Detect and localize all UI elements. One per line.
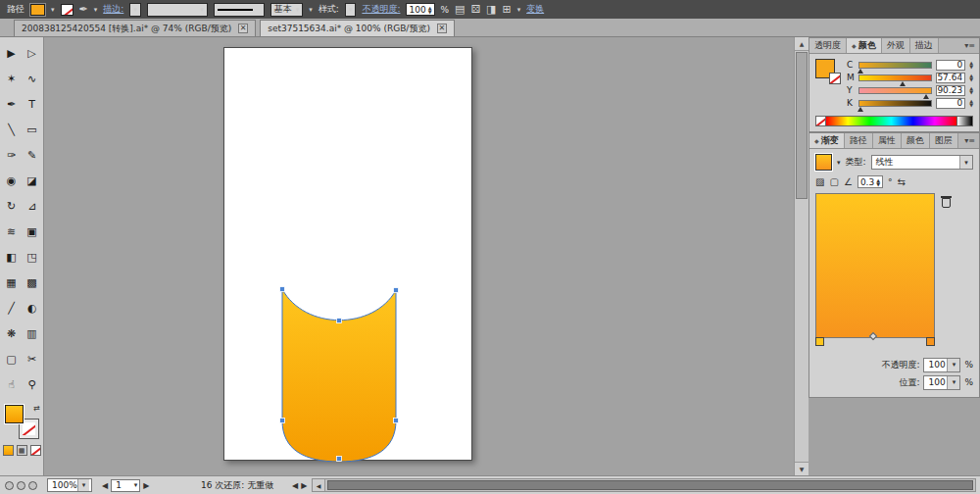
brush-definition-dropdown[interactable]: 基本▾	[270, 3, 304, 17]
yellow-spinner[interactable]: ▲▼	[969, 86, 973, 94]
yellow-value[interactable]: 90.23	[936, 85, 965, 96]
stroke-color-swatch[interactable]	[61, 4, 74, 16]
reverse-gradient-icon[interactable]: ⇆	[898, 176, 906, 187]
type-tool[interactable]: T	[22, 91, 42, 117]
pencil-tool[interactable]: ✎	[22, 142, 42, 168]
black-spinner[interactable]: ▲▼	[969, 99, 973, 107]
line-segment-tool[interactable]: ╲	[1, 117, 22, 142]
stroke-profile-dropdown[interactable]	[214, 3, 265, 17]
status-next-icon[interactable]: ▶	[301, 481, 307, 490]
recolor-artwork-icon[interactable]: ▤	[455, 4, 465, 15]
tab-appearance[interactable]: 外观	[882, 38, 910, 53]
gradient-tool[interactable]: ▩	[22, 270, 42, 295]
scale-tool[interactable]: ⊿	[22, 193, 42, 219]
gradient-swatch[interactable]	[815, 154, 832, 171]
mesh-tool[interactable]: ▦	[1, 270, 22, 295]
fill-proxy-swatch[interactable]	[5, 405, 24, 423]
gradient-swatch-dropdown-icon[interactable]: ▾	[837, 159, 841, 167]
tab-stroke[interactable]: 描边	[910, 38, 939, 53]
none-swatch[interactable]	[816, 117, 826, 125]
tab-layers[interactable]: 图层	[930, 133, 958, 148]
stroke-weight-dropdown[interactable]: ▾	[129, 3, 141, 17]
black-white-ramp[interactable]	[956, 117, 972, 125]
screen-mode-icon[interactable]	[28, 481, 37, 490]
magic-wand-tool[interactable]: ✶	[1, 66, 22, 91]
black-slider[interactable]	[858, 100, 932, 107]
screen-mode-icon[interactable]	[17, 481, 25, 490]
panel-menu-icon[interactable]: ▾≡	[960, 38, 979, 53]
opacity-field[interactable]: 100 ▲▼	[406, 3, 434, 16]
none-mode-icon[interactable]	[30, 445, 41, 456]
variable-width-dropdown[interactable]: ▾	[147, 3, 208, 17]
eraser-tool[interactable]: ◪	[22, 168, 42, 193]
scroll-up-icon[interactable]: ▲	[795, 37, 808, 51]
tab-attributes[interactable]: 属性	[873, 133, 902, 148]
brush-dropdown-icon[interactable]: ▾	[94, 6, 98, 14]
artboard[interactable]	[223, 47, 472, 461]
vertical-scrollbar[interactable]: ▲ ▼	[794, 37, 808, 475]
blob-brush-tool[interactable]: ◉	[1, 168, 22, 193]
gradient-type-dropdown[interactable]: 线性▾	[871, 155, 973, 170]
direct-selection-tool[interactable]: ▷	[22, 40, 42, 66]
stop-opacity-field[interactable]: 100▾	[923, 358, 960, 372]
stroke-swatch[interactable]	[829, 73, 841, 84]
next-page-icon[interactable]: ▶	[143, 481, 149, 490]
first-page-icon[interactable]: ◀	[102, 481, 108, 490]
transform-link[interactable]: 变换	[526, 3, 544, 16]
dice-icon[interactable]: ⚄	[470, 4, 480, 15]
style-dropdown[interactable]: ▾	[345, 3, 357, 17]
opacity-link[interactable]: 不透明度:	[362, 3, 400, 16]
tab-color[interactable]: ◆颜色	[847, 38, 882, 53]
tab-gradient[interactable]: ◆渐变	[809, 133, 845, 148]
perspective-grid-tool[interactable]: ◳	[22, 244, 42, 270]
slice-tool[interactable]: ✂	[22, 346, 42, 371]
close-tab-icon[interactable]: ✕	[437, 24, 447, 33]
opacity-spinner[interactable]: ▲▼	[428, 6, 432, 14]
cyan-value[interactable]: 0	[936, 60, 965, 71]
gradient-stop-start[interactable]	[815, 337, 824, 346]
tab-color2[interactable]: 颜色	[902, 133, 930, 148]
canvas-area[interactable]	[44, 37, 794, 475]
hand-tool[interactable]: ☝	[1, 371, 22, 397]
current-color-swatch[interactable]	[815, 59, 841, 84]
align-icon[interactable]: ◨	[486, 4, 496, 15]
fill-color-swatch[interactable]	[30, 4, 45, 16]
delete-stop-icon[interactable]	[941, 195, 952, 208]
rotate-tool[interactable]: ↻	[1, 193, 22, 219]
style-prev-icon[interactable]: ▾	[309, 6, 313, 14]
scroll-down-icon[interactable]: ▼	[795, 462, 808, 475]
status-prev-icon[interactable]: ◀	[292, 481, 298, 490]
cyan-spinner[interactable]: ▲▼	[969, 61, 973, 69]
color-mode-icon[interactable]	[3, 445, 14, 456]
spectrum-ramp[interactable]	[826, 117, 956, 125]
tab-pathfinder[interactable]: 路径	[845, 133, 873, 148]
gradient-mode-icon[interactable]: ▦	[17, 445, 27, 456]
selected-shape[interactable]	[224, 48, 473, 462]
vertical-scroll-thumb[interactable]	[796, 52, 808, 199]
eyedropper-tool[interactable]: ╱	[1, 295, 22, 321]
zoom-tool[interactable]: ⚲	[22, 371, 42, 397]
angle-field[interactable]: 0.3 ▲▼	[858, 175, 883, 188]
gradient-stop-end[interactable]	[926, 337, 935, 346]
magenta-slider[interactable]	[858, 74, 932, 81]
options-grid-icon[interactable]: ⊞	[502, 4, 511, 15]
magenta-spinner[interactable]: ▲▼	[969, 74, 973, 81]
angle-spinner[interactable]: ▲▼	[876, 178, 880, 186]
tab-transparency[interactable]: 透明度	[809, 38, 847, 53]
stop-location-field[interactable]: 100▾	[923, 375, 960, 390]
fill-dropdown-icon[interactable]: ▾	[51, 6, 55, 14]
horizontal-scroll-thumb[interactable]	[327, 480, 973, 490]
swap-fill-stroke-icon[interactable]: ⇄	[33, 404, 40, 413]
stroke-link[interactable]: 描边:	[103, 3, 123, 16]
magenta-value[interactable]: 57.64	[936, 73, 965, 83]
artboard-number-field[interactable]: 1▾	[111, 479, 140, 492]
zoom-level-dropdown[interactable]: 100%▾	[47, 478, 92, 492]
gradient-preview[interactable]	[815, 193, 935, 338]
artboard-tool[interactable]: ▢	[1, 346, 22, 371]
color-spectrum-bar[interactable]	[815, 116, 973, 126]
brush-icon[interactable]: ✒	[79, 4, 88, 15]
doc-tab-1[interactable]: 200838125420554 [转换].ai* @ 74% (RGB/预览) …	[14, 20, 256, 36]
black-value[interactable]: 0	[936, 98, 965, 109]
scroll-left-icon[interactable]: ◀	[313, 479, 325, 491]
lasso-tool[interactable]: ∿	[22, 66, 42, 91]
